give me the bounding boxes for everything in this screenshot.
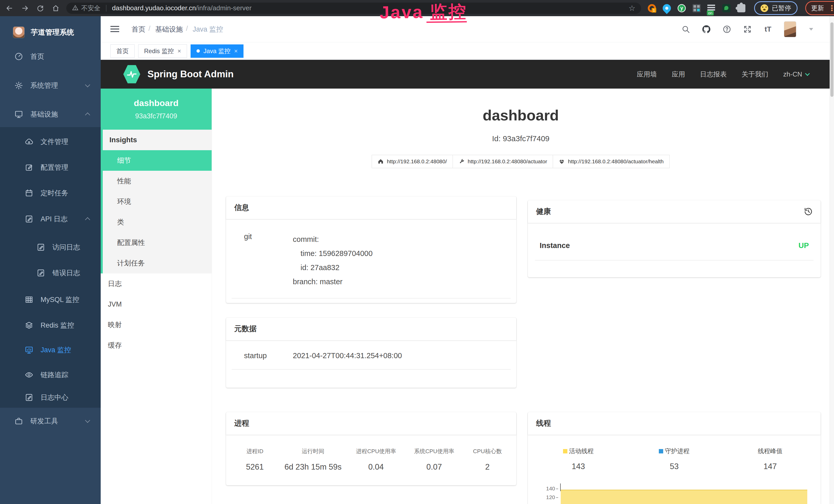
metadata-card-title: 元数据 — [226, 318, 516, 340]
back-icon[interactable] — [4, 2, 16, 14]
sidebar-item-mysql-monitor[interactable]: MySQL 监控 — [0, 289, 101, 311]
forward-icon[interactable] — [19, 2, 31, 14]
health-card-title: 健康 — [536, 206, 551, 217]
log-notebook-icon — [37, 269, 45, 277]
tags-view-bar: 首页 Redis 监控 Java 监控 — [101, 42, 830, 60]
extension-orange-icon[interactable]: 1 — [648, 4, 656, 12]
breadcrumb-home[interactable]: 首页 — [132, 25, 146, 34]
sidebar-item-log-center[interactable]: 日志中心 — [0, 387, 101, 408]
page-subtitle: Id: 93a3fc7f7409 — [212, 134, 830, 143]
sba-menu-config-props[interactable]: 配置属性 — [103, 232, 212, 253]
process-col-system-cpu: 系统CPU使用率 0.07 — [405, 448, 463, 472]
sba-nav-about[interactable]: 关于我们 — [742, 70, 768, 79]
sidebar-item-api-logs[interactable]: API 日志 — [0, 208, 101, 230]
extension-pin-icon[interactable] — [661, 2, 673, 14]
tab-java-monitor[interactable]: Java 监控 — [191, 44, 243, 58]
insights-group: Insights 细节 性能 环境 类 配置属性 计划任务 — [101, 130, 212, 273]
legend-live-threads: 活动线程 143 — [530, 447, 626, 471]
sba-nav-wallboard[interactable]: 应用墙 — [637, 70, 657, 79]
browser-menu-dots-icon[interactable] — [828, 4, 834, 13]
health-instance-row[interactable]: Instance UP — [535, 223, 813, 260]
sba-menu-caches[interactable]: 缓存 — [101, 335, 212, 356]
tab-redis-monitor[interactable]: Redis 监控 — [138, 44, 187, 58]
tab-home[interactable]: 首页 — [110, 44, 135, 58]
instance-name: dashboard — [134, 98, 178, 108]
spring-boot-admin-logo[interactable] — [123, 65, 140, 84]
page-scrollbar[interactable] — [830, 16, 834, 504]
sidebar-item-dev-tools[interactable]: 研发工具 — [0, 410, 101, 432]
sba-nav-journal[interactable]: 日志报表 — [700, 70, 727, 79]
close-icon[interactable] — [234, 48, 238, 54]
info-git-row: git commit: time: 1596289704000 id: 27aa… — [232, 219, 511, 298]
breadcrumb-infrastructure[interactable]: 基础设施 — [155, 25, 183, 34]
endpoint-actuator-button[interactable]: http://192.168.0.2:48080/actuator — [453, 155, 553, 168]
address-bar[interactable]: 不安全 dashboard.yudao.iocoder.cn /infra/ad… — [66, 3, 641, 14]
search-icon[interactable] — [681, 25, 690, 34]
extension-y-icon[interactable]: y — [678, 4, 686, 12]
github-icon[interactable] — [702, 25, 711, 34]
fullscreen-icon[interactable] — [743, 25, 752, 34]
bookmark-star-icon[interactable] — [629, 4, 635, 13]
legend-daemon-threads: 守护进程 53 — [626, 447, 722, 471]
sba-menu-jvm[interactable]: JVM — [101, 294, 212, 315]
live-threads-area — [561, 489, 807, 504]
sba-menu-environment[interactable]: 环境 — [103, 191, 212, 212]
process-col-uptime: 运行时间 6d 23h 15m 59s — [279, 448, 347, 472]
process-table: 进程ID 5261 运行时间 6d 23h 15m 59s 进程CPU使用率 0… — [226, 435, 516, 472]
sidebar-item-access-logs[interactable]: 访问日志 — [0, 236, 101, 258]
sba-brand-title[interactable]: Spring Boot Admin — [148, 69, 234, 79]
cloud-upload-icon — [25, 137, 34, 146]
sba-menu-mappings[interactable]: 映射 — [101, 315, 212, 335]
font-size-icon[interactable] — [763, 25, 773, 34]
sba-nav-applications[interactable]: 应用 — [672, 70, 685, 79]
sidebar-item-infrastructure[interactable]: 基础设施 — [0, 104, 101, 125]
url-host[interactable]: dashboard.yudao.iocoder.cn — [112, 4, 196, 12]
home-icon[interactable] — [50, 2, 62, 14]
sidebar-item-home[interactable]: 首页 — [0, 46, 101, 67]
sidebar-item-error-logs[interactable]: 错误日志 — [0, 262, 101, 284]
hamburger-icon[interactable] — [110, 26, 119, 32]
sba-menu-scheduled[interactable]: 计划任务 — [103, 253, 212, 273]
security-label[interactable]: 不安全 — [81, 4, 101, 12]
endpoint-health-button[interactable]: http://192.168.0.2:48080/actuator/health — [553, 155, 670, 168]
sba-locale-select[interactable]: zh-CN — [783, 70, 809, 78]
layers-icon — [25, 321, 34, 330]
scrollbar-thumb[interactable] — [830, 22, 833, 97]
metadata-row: startup 2021-04-27T00:44:31.254+08:00 — [232, 340, 511, 369]
main-sidebar: 芋道管理系统 首页 系统管理 基础设施 文件管理 配置管理 定时任务 — [0, 16, 101, 504]
active-tab-dot — [197, 49, 200, 53]
extension-grid-icon[interactable] — [693, 4, 701, 12]
update-button[interactable]: 更新 — [805, 1, 834, 15]
sidebar-item-redis-monitor[interactable]: Redis 监控 — [0, 315, 101, 336]
extension-leaf-icon[interactable] — [722, 4, 730, 12]
sba-menu-details[interactable]: 细节 — [103, 150, 212, 171]
sidebar-item-system-management[interactable]: 系统管理 — [0, 75, 101, 96]
app-logo-row[interactable]: 芋道管理系统 — [0, 16, 101, 48]
close-icon[interactable] — [177, 48, 181, 54]
history-icon[interactable] — [804, 207, 813, 216]
user-avatar[interactable] — [784, 21, 796, 37]
threads-legend: 活动线程 143 守护进程 53 线程峰值 147 — [528, 435, 821, 471]
sidebar-item-java-monitor[interactable]: Java 监控 — [0, 339, 101, 361]
endpoint-home-button[interactable]: http://192.168.0.2:48080/ — [372, 155, 453, 168]
chevron-up-icon — [85, 217, 90, 222]
instance-header[interactable]: dashboard 93a3fc7f7409 — [101, 89, 212, 130]
sba-sidebar: dashboard 93a3fc7f7409 Insights 细节 性能 环境… — [101, 89, 212, 504]
log-notebook-icon — [25, 393, 34, 402]
avatar-caret-icon[interactable] — [809, 28, 813, 30]
url-path[interactable]: /infra/admin-server — [196, 4, 252, 12]
sba-menu-logs[interactable]: 日志 — [101, 273, 212, 294]
sidebar-item-trace[interactable]: 链路追踪 — [0, 364, 101, 386]
sidebar-item-config-management[interactable]: 配置管理 — [0, 157, 101, 178]
sba-menu-performance[interactable]: 性能 — [103, 171, 212, 191]
help-icon[interactable] — [722, 25, 731, 34]
extension-switch-icon[interactable]: on — [707, 4, 716, 12]
reload-icon[interactable] — [35, 2, 46, 14]
insecure-warning-icon[interactable] — [72, 4, 79, 12]
extensions-puzzle-icon[interactable] — [737, 4, 745, 12]
sba-menu-classes[interactable]: 类 — [103, 212, 212, 232]
paused-badge[interactable]: 已暂停 — [754, 1, 797, 15]
url-divider — [106, 5, 106, 12]
sidebar-item-file-management[interactable]: 文件管理 — [0, 131, 101, 153]
sidebar-item-scheduled-tasks[interactable]: 定时任务 — [0, 182, 101, 204]
